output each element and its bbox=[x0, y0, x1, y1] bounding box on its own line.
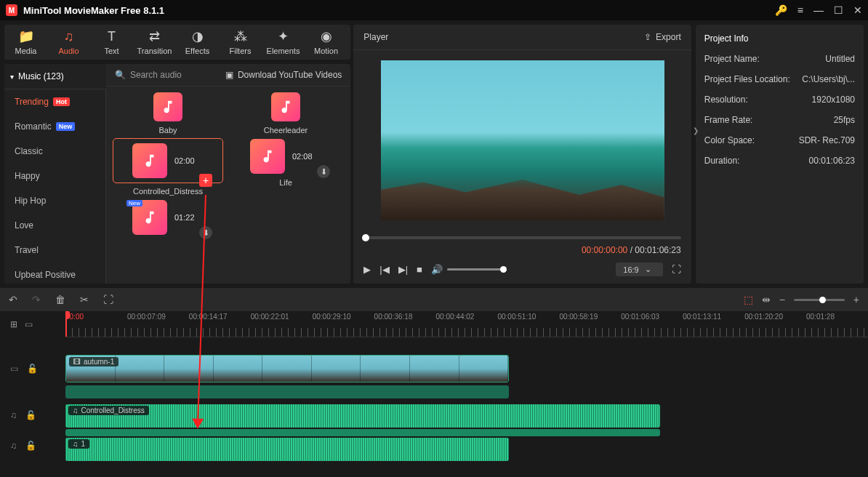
scrub-handle[interactable] bbox=[362, 234, 369, 241]
scrubber[interactable] bbox=[363, 236, 680, 239]
category-label: Classic bbox=[15, 146, 43, 156]
tool-tab-motion[interactable]: ◉Motion bbox=[305, 29, 347, 55]
aspect-ratio-select[interactable]: 16:9 ⌄ bbox=[616, 262, 662, 276]
sidebar-item-happy[interactable]: Happy bbox=[4, 164, 105, 188]
badge-hot: Hot bbox=[53, 97, 70, 106]
category-label: Travel bbox=[15, 245, 39, 255]
audio-card[interactable]: 02:00+Controlled_Distress bbox=[113, 139, 222, 196]
video-track-icon[interactable]: ▭ bbox=[10, 364, 18, 374]
audio-card[interactable]: 02:08⬇Life bbox=[231, 139, 340, 196]
prev-frame-button[interactable]: |◀ bbox=[379, 264, 389, 275]
tool-tabs: 📁Media♫AudioTText⇄Transition◑Effects⁂Fil… bbox=[4, 25, 350, 60]
audio-track-icon[interactable]: ♫ bbox=[10, 410, 17, 420]
undo-button[interactable]: ↶ bbox=[9, 294, 17, 305]
sidebar-item-upbeat-positive[interactable]: Upbeat Positive bbox=[4, 262, 105, 284]
category-label: Love bbox=[15, 220, 33, 231]
info-key: Project Name: bbox=[704, 54, 760, 64]
tool-tab-audio[interactable]: ♫Audio bbox=[47, 29, 90, 55]
info-key: Project Files Location: bbox=[704, 74, 790, 84]
audio-card[interactable]: New01:22⬇ bbox=[113, 200, 222, 239]
redo-button[interactable]: ↷ bbox=[32, 294, 41, 305]
tool-tab-transition[interactable]: ⇄Transition bbox=[133, 29, 176, 55]
sidebar-header[interactable]: ▾ Music (123) bbox=[4, 64, 106, 89]
tool-label: Elements bbox=[267, 47, 300, 55]
tool-tab-text[interactable]: TText bbox=[90, 29, 133, 55]
delete-button[interactable]: 🗑 bbox=[55, 294, 65, 305]
export-button[interactable]: ⇪ Export bbox=[644, 32, 681, 42]
magnet-button[interactable]: ⬚ bbox=[744, 294, 753, 305]
maximize-button[interactable]: ☐ bbox=[834, 4, 843, 16]
video-track[interactable]: 🎞autumn-1 bbox=[65, 353, 868, 384]
track-options-button[interactable]: ▭ bbox=[25, 319, 33, 329]
audio-clip[interactable]: ♫Controlled_Distress bbox=[65, 404, 660, 428]
zoom-out-button[interactable]: − bbox=[779, 294, 785, 305]
play-button[interactable]: ▶ bbox=[363, 264, 371, 275]
tool-label: Filters bbox=[230, 47, 252, 55]
app-title: MiniTool MovieMaker Free 8.1.1 bbox=[23, 5, 164, 16]
audio-card[interactable]: Cheerleader bbox=[231, 92, 340, 135]
info-key: Color Space: bbox=[704, 135, 755, 145]
upgrade-key-icon[interactable]: 🔑 bbox=[775, 4, 787, 16]
volume-slider[interactable] bbox=[447, 268, 505, 270]
sidebar-item-hip-hop[interactable]: Hip Hop bbox=[4, 188, 105, 213]
audio-clip[interactable]: ♫1 bbox=[65, 438, 509, 461]
project-info-panel: ❯ Project Info Project Name:UntitledProj… bbox=[696, 25, 864, 284]
add-track-button[interactable]: ⊞ bbox=[10, 319, 17, 329]
app-icon: M bbox=[6, 4, 17, 16]
lock-icon[interactable]: 🔓 bbox=[27, 364, 38, 374]
menu-icon[interactable]: ≡ bbox=[797, 4, 803, 16]
project-info-row: Resolution:1920x1080 bbox=[704, 95, 855, 105]
search-audio[interactable]: 🔍 Search audio bbox=[115, 70, 225, 80]
audio-track-1[interactable]: ♫Controlled_Distress bbox=[65, 403, 868, 433]
zoom-in-button[interactable]: + bbox=[853, 294, 859, 305]
ruler-mark: 00:00:58:19 bbox=[559, 313, 621, 321]
sidebar-item-classic[interactable]: Classic bbox=[4, 139, 105, 164]
time-ruler[interactable]: 00:0000:00:07:0900:00:14:1700:00:22:0100… bbox=[65, 311, 868, 337]
audio-card[interactable]: Baby bbox=[113, 92, 222, 135]
fit-button[interactable]: ⇹ bbox=[762, 294, 771, 305]
audio-track-2[interactable]: ♫1 bbox=[65, 436, 868, 467]
crop-button[interactable]: ⛶ bbox=[103, 294, 113, 305]
tool-tab-effects[interactable]: ◑Effects bbox=[176, 29, 219, 55]
timeline-toolbar: ↶ ↷ 🗑 ✂ ⛶ ⬚ ⇹ − + bbox=[0, 288, 868, 311]
zoom-slider[interactable] bbox=[794, 299, 845, 301]
project-info-row: Project Files Location:C:\Users\bj\... bbox=[704, 74, 855, 84]
sidebar-item-trending[interactable]: TrendingHot bbox=[4, 89, 105, 114]
music-note-icon: ♫ bbox=[73, 406, 79, 414]
stop-button[interactable]: ■ bbox=[417, 264, 422, 275]
tool-tab-filters[interactable]: ⁂Filters bbox=[219, 29, 262, 55]
sidebar-item-romantic[interactable]: RomanticNew bbox=[4, 114, 105, 139]
playhead[interactable] bbox=[65, 311, 67, 337]
ruler-mark: 00:00:36:18 bbox=[374, 313, 436, 321]
split-button[interactable]: ✂ bbox=[80, 294, 89, 305]
lock-icon[interactable]: 🔓 bbox=[25, 410, 36, 420]
audio-track-icon[interactable]: ♫ bbox=[10, 441, 17, 451]
project-info-row: Project Name:Untitled bbox=[704, 54, 855, 64]
video-preview[interactable] bbox=[381, 60, 664, 220]
sidebar-item-love[interactable]: Love bbox=[4, 213, 105, 238]
minimize-button[interactable]: — bbox=[813, 4, 824, 16]
download-button[interactable]: ⬇ bbox=[317, 165, 330, 178]
add-to-timeline-button[interactable]: + bbox=[199, 174, 212, 187]
tool-tab-media[interactable]: 📁Media bbox=[4, 29, 47, 55]
audio-sidebar: ▾ Music (123) TrendingHotRomanticNewClas… bbox=[4, 64, 106, 284]
duration-label: 01:22 bbox=[174, 213, 204, 222]
chevron-down-icon: ⌄ bbox=[645, 265, 651, 274]
close-button[interactable]: ✕ bbox=[853, 4, 862, 16]
collapse-panel-button[interactable]: ❯ bbox=[693, 127, 699, 135]
sidebar-item-travel[interactable]: Travel bbox=[4, 238, 105, 262]
audio-name: Baby bbox=[158, 126, 177, 135]
video-clip[interactable]: 🎞autumn-1 bbox=[65, 355, 509, 382]
aspect-value: 16:9 bbox=[623, 265, 638, 274]
download-youtube-button[interactable]: ▣ Download YouTube Videos bbox=[225, 70, 342, 80]
lock-icon[interactable]: 🔓 bbox=[25, 441, 36, 451]
current-time: 00:00:00:00 bbox=[582, 245, 627, 255]
download-button[interactable]: ⬇ bbox=[199, 226, 212, 239]
audio-thumbnail bbox=[250, 139, 285, 174]
zoom-handle[interactable] bbox=[819, 297, 826, 303]
tool-tab-elements[interactable]: ✦Elements bbox=[262, 29, 305, 55]
volume-icon[interactable]: 🔊 bbox=[431, 264, 443, 275]
next-frame-button[interactable]: ▶| bbox=[398, 264, 408, 275]
fullscreen-button[interactable]: ⛶ bbox=[672, 264, 681, 275]
volume-handle[interactable] bbox=[500, 266, 507, 273]
